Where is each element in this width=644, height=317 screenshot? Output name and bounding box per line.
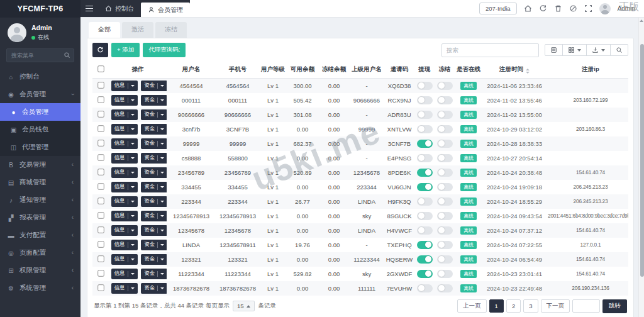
home-icon[interactable] (524, 4, 532, 13)
row-checkbox[interactable] (97, 96, 104, 103)
info-button[interactable]: 信息 (111, 153, 138, 164)
sidebar-item-transaction-management[interactable]: B 交易管理‹ (0, 156, 80, 174)
row-checkbox[interactable] (97, 197, 104, 204)
col-header-frozen-balance[interactable]: 冻结余额 (319, 62, 349, 79)
funds-button[interactable]: 资金 (141, 95, 167, 106)
col-header-register-ip[interactable]: 注册ip (547, 62, 628, 79)
info-button[interactable]: 信息 (111, 109, 138, 120)
info-button[interactable]: 信息 (111, 240, 138, 250)
row-checkbox[interactable] (97, 169, 104, 175)
withdraw-toggle[interactable] (417, 241, 433, 249)
brand-logo[interactable]: YFCMF-TP6 (0, 0, 80, 18)
page-button-3[interactable]: 3 (523, 299, 538, 313)
info-button[interactable]: 信息 (111, 225, 138, 236)
info-button[interactable]: 信息 (111, 124, 138, 135)
withdraw-toggle[interactable] (417, 226, 433, 235)
sidebar-toggle-button[interactable] (80, 0, 98, 17)
info-button[interactable]: 信息 (111, 254, 138, 265)
row-checkbox[interactable] (97, 125, 104, 131)
withdraw-toggle[interactable] (417, 255, 433, 264)
info-button[interactable]: 信息 (111, 95, 138, 106)
clear-cache-icon[interactable] (569, 4, 577, 13)
col-header-phone[interactable]: 手机号 (216, 62, 260, 79)
col-header-register-time[interactable]: 注册时间 (482, 62, 547, 79)
freeze-toggle[interactable] (437, 255, 453, 264)
info-button[interactable]: 信息 (111, 196, 138, 207)
withdraw-toggle[interactable] (417, 111, 433, 119)
freeze-toggle[interactable] (437, 270, 453, 278)
filter-tab-activated[interactable]: 激活 (122, 22, 153, 38)
row-checkbox[interactable] (97, 82, 104, 88)
col-header-freeze[interactable]: 冻结 (435, 62, 455, 79)
page-button-1[interactable]: 1 (489, 299, 504, 313)
withdraw-toggle[interactable] (417, 169, 433, 177)
funds-button[interactable]: 资金 (141, 124, 167, 135)
freeze-toggle[interactable] (437, 140, 453, 148)
col-header-invite-code[interactable]: 邀请码 (384, 62, 414, 79)
freeze-toggle[interactable] (437, 125, 453, 133)
col-header-online-status[interactable]: 是否在线 (455, 62, 482, 79)
info-button[interactable]: 信息 (111, 283, 138, 294)
withdraw-toggle[interactable] (417, 154, 433, 162)
jump-page-input[interactable] (572, 299, 600, 313)
row-checkbox[interactable] (97, 270, 104, 276)
freeze-toggle[interactable] (437, 111, 453, 119)
withdraw-toggle[interactable] (417, 212, 433, 220)
freeze-toggle[interactable] (437, 284, 453, 292)
scrollbar-thumb[interactable] (640, 44, 644, 277)
info-button[interactable]: 信息 (111, 269, 138, 279)
freeze-toggle[interactable] (437, 96, 453, 104)
info-button[interactable]: 信息 (111, 81, 138, 91)
region-select-button[interactable]: 207-India (479, 3, 517, 14)
refresh-button[interactable] (92, 43, 108, 57)
withdraw-toggle[interactable] (417, 96, 433, 104)
refresh-icon[interactable] (539, 4, 547, 13)
sidebar-item-member-management[interactable]: ◉ 会员管理‹ (0, 86, 80, 103)
row-checkbox[interactable] (97, 154, 104, 160)
col-header-username[interactable]: 用户名 (167, 62, 216, 79)
col-header-level[interactable]: 用户等级 (260, 62, 286, 79)
withdraw-toggle[interactable] (417, 270, 433, 278)
admin-name[interactable]: Admin (618, 5, 635, 12)
page-scrollbar[interactable] (638, 18, 644, 317)
filter-tab-frozen[interactable]: 冻结 (155, 22, 187, 38)
page-button-2[interactable]: 2 (506, 299, 521, 313)
table-search-input[interactable] (441, 43, 539, 57)
funds-button[interactable]: 资金 (141, 254, 167, 265)
row-checkbox[interactable] (97, 226, 104, 233)
funds-button[interactable]: 资金 (141, 138, 167, 149)
sidebar-item-dashboard[interactable]: ⌂ 控制台 (0, 68, 80, 86)
freeze-toggle[interactable] (437, 82, 453, 90)
sidebar-item-mall-management[interactable]: ▤ 商城管理‹ (0, 174, 80, 191)
funds-button[interactable]: 资金 (141, 167, 167, 178)
row-checkbox[interactable] (97, 111, 104, 117)
withdraw-toggle[interactable] (417, 183, 433, 191)
columns-button[interactable] (562, 44, 587, 56)
search-toggle-button[interactable] (610, 44, 628, 56)
info-button[interactable]: 信息 (111, 167, 138, 178)
withdraw-toggle[interactable] (417, 125, 433, 133)
filter-tab-all[interactable]: 全部 (89, 22, 120, 38)
funds-button[interactable]: 资金 (141, 269, 167, 279)
withdraw-toggle[interactable] (417, 284, 433, 292)
freeze-toggle[interactable] (437, 212, 453, 220)
funds-button[interactable]: 资金 (141, 225, 167, 236)
info-button[interactable]: 信息 (111, 138, 138, 149)
info-button[interactable]: 信息 (111, 182, 138, 192)
row-checkbox[interactable] (97, 212, 104, 218)
funds-button[interactable]: 资金 (141, 81, 167, 91)
funds-button[interactable]: 资金 (141, 283, 167, 294)
row-checkbox[interactable] (97, 284, 104, 291)
sidebar-item-permission-management[interactable]: ⊞ 权限管理‹ (0, 262, 80, 279)
fullscreen-icon[interactable] (584, 4, 592, 13)
col-header-balance[interactable]: 可用余额 (286, 62, 319, 79)
select-all-checkbox[interactable] (97, 65, 104, 72)
col-header-parent-user[interactable]: 上级用户名 (349, 62, 384, 79)
freeze-toggle[interactable] (437, 154, 453, 162)
row-checkbox[interactable] (97, 241, 104, 247)
next-page-button[interactable]: 下一页 (541, 299, 570, 313)
funds-button[interactable]: 资金 (141, 109, 167, 120)
admin-avatar[interactable] (599, 3, 611, 14)
funds-button[interactable]: 资金 (141, 211, 167, 221)
tab-member-management[interactable]: 会员管理 (141, 3, 190, 17)
